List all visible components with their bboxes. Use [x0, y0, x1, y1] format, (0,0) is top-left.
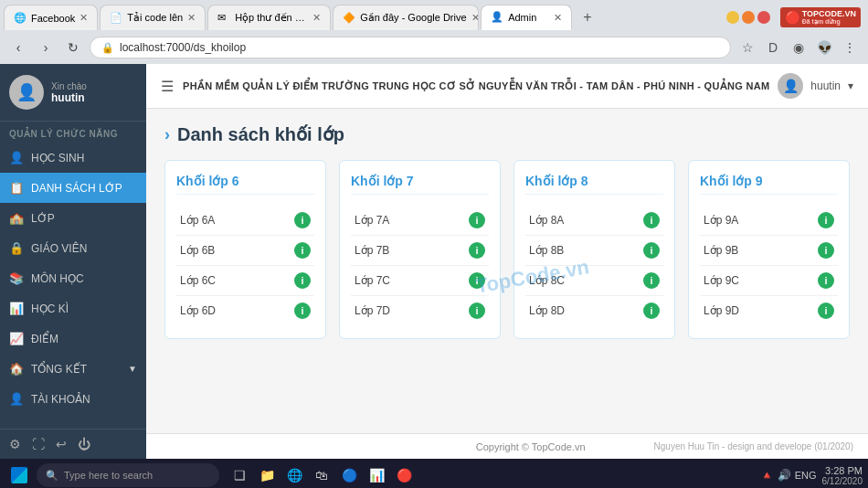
grade-card-1: Khối lớp 7Lớp 7AiLớp 7BiLớp 7CiLớp 7Di [339, 160, 501, 339]
sidebar-profile: 👤 Xin chào huutin [0, 64, 146, 122]
url-bar[interactable]: 🔒 localhost:7000/ds_khoilop [90, 37, 731, 58]
taikhoan-icon: 👤 [9, 392, 24, 406]
class-info-icon-2-3[interactable]: i [643, 302, 660, 319]
taskbar-edge[interactable]: 🌐 [281, 462, 307, 488]
menu-button[interactable]: ⋮ [839, 37, 861, 58]
topbar: ☰ PHẦN MỀM QUẢN LÝ ĐIỂM TRƯỜNG TRUNG HỌC… [146, 64, 868, 109]
settings-icon[interactable]: ⚙ [9, 437, 21, 451]
topbar-left: ☰ PHẦN MỀM QUẢN LÝ ĐIỂM TRƯỜNG TRUNG HỌC… [161, 78, 769, 95]
sidebar-item-hocsinh[interactable]: 👤 HỌC SINH [0, 143, 146, 173]
sidebar-section-title: QUẢN LÝ CHỨC NĂNG [0, 122, 146, 143]
extension-alien-button[interactable]: 👽 [813, 37, 835, 58]
tab-label-facebook: Facebook [31, 13, 75, 24]
browser-maximize[interactable] [742, 11, 755, 24]
taskbar-chrome[interactable]: 🔵 [336, 462, 362, 488]
sidebar-item-danhsachlop[interactable]: 📋 DANH SÁCH LỚP [0, 173, 146, 203]
topbar-dropdown-icon[interactable]: ▾ [848, 80, 853, 92]
tab-close-drive[interactable]: ✕ [471, 12, 480, 24]
danhsachlop-icon: 📋 [9, 181, 24, 195]
hamburger-icon[interactable]: ☰ [161, 78, 174, 95]
bookmark-button[interactable]: ☆ [736, 37, 758, 58]
grade-card-2: Khối lớp 8Lớp 8AiLớp 8BiLớp 8CiLớp 8Di [513, 160, 675, 339]
browser-chrome: 🌐 Facebook ✕ 📄 Tải code lên ✕ ✉ Hộp thư … [0, 0, 868, 64]
browser-close[interactable] [757, 11, 770, 24]
class-label-3-2: Lớp 9C [704, 274, 739, 287]
sidebar-item-tongket[interactable]: 🏠 TỔNG KẾT ▼ [0, 354, 146, 384]
extension-circle-button[interactable]: ◉ [788, 37, 810, 58]
page-title-arrow: › [164, 125, 170, 144]
new-tab-button[interactable]: + [577, 9, 597, 26]
class-info-icon-3-3[interactable]: i [818, 302, 834, 319]
sidebar-label-monhoc: MÔN HỌC [31, 272, 84, 285]
class-label-3-1: Lớp 9B [704, 244, 738, 257]
tab-gmail[interactable]: ✉ Hộp thư đến (890)... ✕ [207, 5, 331, 30]
sidebar-item-monhoc[interactable]: 📚 MÔN HỌC [0, 263, 146, 293]
forward-button[interactable]: › [35, 37, 57, 58]
class-info-icon-0-0[interactable]: i [294, 212, 311, 228]
sidebar-item-diem[interactable]: 📈 ĐIỂM [0, 324, 146, 354]
class-info-icon-2-2[interactable]: i [643, 272, 660, 289]
topbar-right: 👤 huutin ▾ [778, 73, 853, 99]
browser-minimize[interactable] [726, 11, 739, 24]
class-item-1-0: Lớp 7Ai [351, 206, 489, 236]
sidebar-item-taikhoan[interactable]: 👤 TÀI KHOẢN [0, 384, 146, 414]
refresh-button[interactable]: ↻ [62, 37, 84, 58]
address-bar: ‹ › ↻ 🔒 localhost:7000/ds_khoilop ☆ D ◉ … [0, 31, 868, 64]
class-label-1-2: Lớp 7C [355, 274, 390, 287]
tab-close-gmail[interactable]: ✕ [312, 12, 321, 24]
taskbar-extra1[interactable]: 📊 [364, 462, 389, 488]
class-label-2-1: Lớp 8B [529, 244, 564, 257]
class-info-icon-3-1[interactable]: i [818, 242, 834, 259]
app-container: 👤 Xin chào huutin QUẢN LÝ CHỨC NĂNG 👤 HỌ… [0, 64, 868, 459]
taskbar-clock: 3:28 PM 6/12/2020 [822, 465, 863, 486]
class-info-icon-3-2[interactable]: i [818, 272, 834, 289]
grade-title-3: Khối lớp 9 [700, 174, 838, 195]
topbar-avatar: 👤 [778, 73, 803, 99]
tab-close-tailcode[interactable]: ✕ [187, 12, 196, 24]
power-icon[interactable]: ⏻ [78, 437, 90, 451]
class-label-1-1: Lớp 7B [355, 244, 389, 257]
class-info-icon-3-0[interactable]: i [818, 212, 834, 228]
start-button[interactable] [5, 461, 33, 488]
back-icon[interactable]: ↩ [56, 437, 67, 451]
extension-d-button[interactable]: D [762, 37, 784, 58]
class-info-icon-0-3[interactable]: i [294, 302, 311, 319]
class-info-icon-1-1[interactable]: i [469, 242, 485, 259]
taskbar-extra2[interactable]: 🔴 [391, 462, 417, 488]
class-item-3-0: Lớp 9Ai [700, 206, 838, 236]
class-info-icon-0-1[interactable]: i [294, 242, 311, 259]
class-label-3-3: Lớp 9D [704, 304, 739, 317]
taskbar-store[interactable]: 🛍 [309, 462, 334, 488]
sidebar-label-lop: LỚP [31, 212, 55, 225]
sidebar-item-hocki[interactable]: 📊 HỌC KÌ [0, 293, 146, 324]
class-info-icon-1-2[interactable]: i [469, 272, 485, 289]
grade-card-0: Khối lớp 6Lớp 6AiLớp 6BiLớp 6CiLớp 6Di [164, 160, 326, 339]
class-info-icon-0-2[interactable]: i [294, 272, 311, 289]
class-info-icon-2-1[interactable]: i [643, 242, 660, 259]
taskbar-task-view[interactable]: ❑ [227, 462, 252, 488]
tab-admin[interactable]: 👤 Admin ✕ [481, 5, 572, 30]
grade-title-1: Khối lớp 7 [351, 174, 489, 195]
sidebar-item-giaovien[interactable]: 🔒 GIÁO VIÊN [0, 233, 146, 263]
class-info-icon-1-3[interactable]: i [469, 302, 485, 319]
tab-favicon-drive: 🔶 [343, 12, 355, 25]
tab-bar: 🌐 Facebook ✕ 📄 Tải code lên ✕ ✉ Hộp thư … [0, 0, 868, 31]
topbar-username: huutin [810, 80, 841, 92]
class-info-icon-2-0[interactable]: i [643, 212, 660, 228]
tab-drive[interactable]: 🔶 Gần đây - Google Drive ✕ [333, 5, 479, 30]
tab-tailcode[interactable]: 📄 Tải code lên ✕ [100, 5, 206, 30]
tab-close-admin[interactable]: ✕ [554, 12, 562, 24]
profile-text: Xin chào huutin [51, 81, 87, 104]
sidebar-item-lop[interactable]: 🏫 LỚP [0, 203, 146, 233]
tab-close-facebook[interactable]: ✕ [79, 12, 88, 24]
taskbar-search[interactable]: 🔍 Type here to search [37, 463, 219, 487]
class-item-1-3: Lớp 7Di [351, 296, 489, 325]
taskbar-file-explorer[interactable]: 📁 [254, 462, 280, 488]
fullscreen-icon[interactable]: ⛶ [32, 437, 45, 451]
tab-facebook[interactable]: 🌐 Facebook ✕ [4, 5, 98, 30]
class-info-icon-1-0[interactable]: i [469, 212, 485, 228]
class-label-0-1: Lớp 6B [180, 244, 215, 257]
back-button[interactable]: ‹ [7, 37, 29, 58]
tab-label-drive: Gần đây - Google Drive [360, 12, 466, 24]
lang-text: ENG [795, 470, 817, 481]
